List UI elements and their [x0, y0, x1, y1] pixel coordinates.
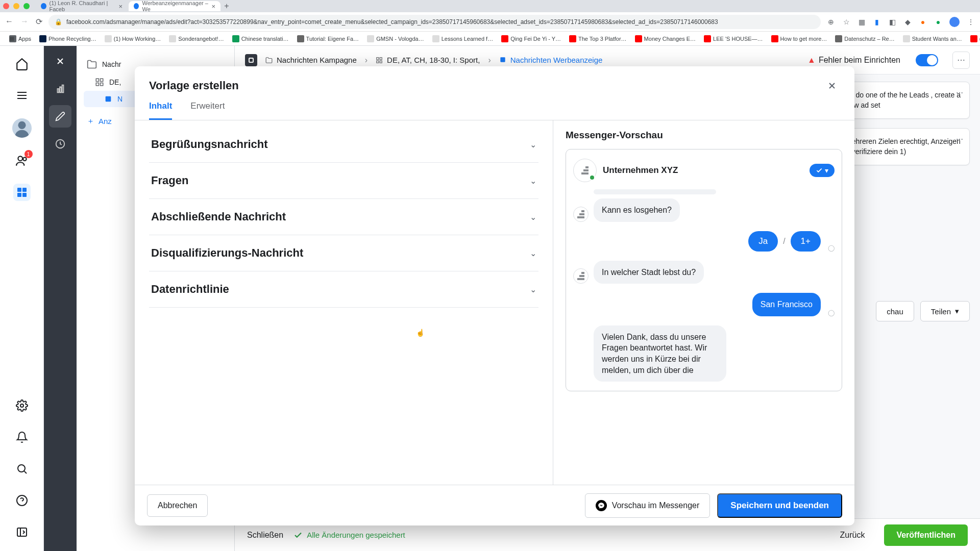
chevron-down-icon: ⌄ [530, 248, 536, 258]
browser-tab-0[interactable]: (1) Leon R. Chaudhari | Faceb × [36, 1, 128, 11]
reload-icon[interactable]: ⟳ [36, 17, 42, 27]
bookmark-item[interactable]: (1) How Working… [102, 34, 164, 43]
chevron-down-icon: ⌄ [530, 285, 536, 294]
accordion-disqualification[interactable]: Disqualifizierungs-Nachricht ⌄ [149, 235, 538, 271]
reply-separator: / [783, 237, 785, 246]
chevron-down-icon: ⌄ [530, 176, 536, 186]
save-and-finish-button[interactable]: Speichern und beenden [717, 493, 842, 518]
bookmark-item[interactable]: (2) How To Add A… [967, 34, 980, 43]
incoming-message: In welcher Stadt lebst du? [573, 261, 835, 284]
nav-buttons: ← → ⟳ [5, 17, 42, 27]
bookmark-item[interactable]: Chinese translati… [229, 34, 292, 43]
messenger-preview-card: Unternehmen XYZ ▾ Kann es losgehen? [566, 149, 842, 391]
accordion-greeting[interactable]: Begrüßungsnachricht ⌄ [149, 127, 538, 163]
url-text: facebook.com/adsmanager/manage/ads/edit?… [66, 18, 718, 26]
extension-icon[interactable]: ▮ [873, 18, 881, 26]
chevron-down-icon: ⌄ [530, 212, 536, 222]
bookmark-item[interactable]: LEE 'S HOUSE—… [701, 34, 766, 43]
message-stub [594, 189, 716, 194]
tab-advanced[interactable]: Erweitert [190, 101, 225, 120]
bookmark-item[interactable]: Qing Fei De Yi - Y… [498, 34, 564, 43]
browser-tab-strip: (1) Leon R. Chaudhari | Faceb × Werbeanz… [0, 0, 980, 12]
accordion-questions[interactable]: Fragen ⌄ [149, 163, 538, 199]
window-close-dot[interactable] [3, 3, 9, 9]
zoom-icon[interactable]: ⊕ [827, 18, 835, 26]
close-icon[interactable]: × [211, 3, 215, 10]
message-bubble: Kann es losgehen? [594, 198, 680, 222]
sent-icon: ◯ [828, 309, 835, 316]
facebook-favicon [41, 3, 46, 9]
template-modal: Vorlage erstellen Inhalt Erweitert Begrü… [135, 66, 854, 525]
back-icon[interactable]: ← [5, 17, 13, 27]
window-controls [3, 3, 30, 9]
modal-tabs: Inhalt Erweitert [135, 94, 854, 120]
extension-icon[interactable]: ● [919, 18, 927, 26]
window-max-dot[interactable] [23, 3, 30, 9]
incoming-message: Vielen Dank, dass du unsere Fragen beant… [573, 325, 835, 382]
apps-button[interactable]: ▦Apps [6, 34, 34, 43]
company-avatar-small [573, 207, 589, 222]
modal-title: Vorlage erstellen [149, 79, 239, 92]
incoming-message: Kann es losgehen? [573, 198, 835, 222]
close-icon[interactable] [824, 78, 840, 94]
extension-icon[interactable]: ◧ [888, 18, 896, 26]
accordion-panel: Begrüßungsnachricht ⌄ Fragen ⌄ Abschließ… [135, 120, 553, 485]
window-min-dot[interactable] [13, 3, 19, 9]
accordion-privacy[interactable]: Datenrichtlinie ⌄ [149, 271, 538, 308]
sent-icon: ◯ [828, 244, 835, 252]
messenger-icon [596, 500, 607, 511]
forward-icon[interactable]: → [20, 17, 29, 27]
done-badge: ▾ [810, 164, 835, 177]
bookmark-item[interactable]: Datenschutz – Re… [832, 34, 897, 43]
message-bubble-user: San Francisco [752, 293, 821, 316]
message-bubble: In welcher Stadt lebst du? [594, 261, 704, 284]
accordion-completion[interactable]: Abschließende Nachricht ⌄ [149, 199, 538, 235]
bookmark-item[interactable]: How to get more… [768, 34, 830, 43]
outgoing-message: San Francisco ◯ [573, 293, 835, 316]
menu-icon[interactable]: ⋮ [967, 18, 975, 26]
messenger-preview-panel: Messenger-Vorschau Unternehmen XYZ ▾ [553, 120, 854, 485]
cancel-button[interactable]: Abbrechen [147, 494, 208, 517]
bookmark-item[interactable]: The Top 3 Platfor… [566, 34, 630, 43]
extension-icon[interactable]: ● [934, 18, 942, 26]
bookmark-item[interactable]: Lessons Learned f… [429, 34, 497, 43]
company-name: Unternehmen XYZ [603, 165, 678, 176]
chevron-down-icon: ▾ [825, 166, 828, 174]
facebook-favicon [134, 3, 139, 9]
star-icon[interactable]: ☆ [842, 18, 850, 26]
extension-icon[interactable]: ◆ [903, 18, 912, 26]
bookmark-item[interactable]: GMSN - Vologda… [364, 34, 427, 43]
bookmarks-bar: ▦Apps Phone Recycling… (1) How Working… … [0, 32, 980, 46]
tab-title: Werbeanzeigenmanager – We [142, 0, 208, 12]
lock-icon: 🔒 [55, 18, 62, 26]
quick-reply-row: Ja / 1+ ◯ [573, 231, 835, 252]
building-icon [581, 166, 589, 174]
quick-reply-oneplus[interactable]: 1+ [791, 231, 821, 252]
preview-in-messenger-button[interactable]: Vorschau im Messenger [585, 493, 710, 518]
extension-icon[interactable]: ▦ [857, 18, 866, 26]
quick-reply-yes[interactable]: Ja [748, 231, 778, 252]
bookmark-item[interactable]: Tutorial: Eigene Fa… [294, 34, 362, 43]
avatar-icon[interactable] [949, 17, 960, 27]
chevron-down-icon: ⌄ [530, 140, 536, 149]
tab-content[interactable]: Inhalt [149, 101, 172, 120]
preview-title: Messenger-Vorschau [566, 130, 842, 141]
bookmark-item[interactable]: Student Wants an… [900, 34, 965, 43]
tab-title: (1) Leon R. Chaudhari | Faceb [50, 0, 116, 12]
modal-footer: Abbrechen Vorschau im Messenger Speicher… [135, 485, 854, 525]
company-avatar-small [573, 268, 589, 284]
online-indicator [589, 174, 595, 181]
close-icon[interactable]: × [118, 3, 122, 10]
browser-tab-1[interactable]: Werbeanzeigenmanager – We × [129, 1, 220, 11]
toolbar-right: ⊕ ☆ ▦ ▮ ◧ ◆ ● ● ⋮ [827, 17, 975, 27]
bookmark-item[interactable]: Phone Recycling… [36, 34, 100, 43]
company-avatar [573, 159, 597, 182]
bookmark-item[interactable]: Money Changes E… [632, 34, 699, 43]
address-bar[interactable]: 🔒 facebook.com/adsmanager/manage/ads/edi… [48, 15, 821, 29]
message-bubble: Vielen Dank, dass du unsere Fragen beant… [594, 325, 726, 382]
new-tab-button[interactable]: + [222, 2, 232, 11]
browser-toolbar: ← → ⟳ 🔒 facebook.com/adsmanager/manage/a… [0, 12, 980, 32]
bookmark-item[interactable]: Sonderangebot!… [166, 34, 227, 43]
